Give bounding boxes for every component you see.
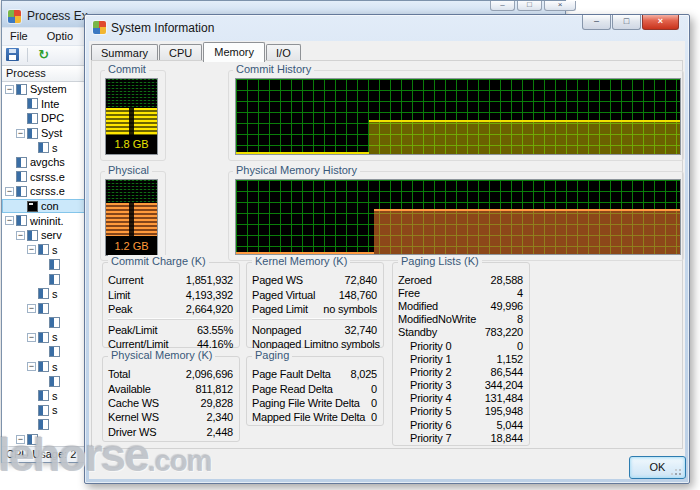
stat-value: 63.55% xyxy=(197,324,233,336)
process-name: s xyxy=(52,361,58,373)
stat-label: Mapped File Write Delta xyxy=(252,411,365,423)
process-icon xyxy=(38,405,49,416)
tab[interactable]: Summary xyxy=(91,44,158,61)
ok-button[interactable]: OK xyxy=(629,456,686,479)
process-icon xyxy=(27,128,38,139)
tree-expander-icon[interactable]: − xyxy=(16,231,25,240)
tree-expander-icon[interactable]: − xyxy=(27,245,36,254)
process-name: serv xyxy=(41,229,62,241)
stat-value: 2,664,920 xyxy=(186,303,233,315)
tree-expander-icon[interactable] xyxy=(38,377,47,386)
stat-row: Paged Limit no symbols xyxy=(252,302,377,316)
stat-row: Priority 3 344,204 xyxy=(398,379,523,392)
stat-label: Peak xyxy=(108,303,132,315)
stat-row: Nonpaged 32,740 xyxy=(252,319,377,337)
tree-expander-icon[interactable]: − xyxy=(16,435,25,444)
tree-expander-icon[interactable] xyxy=(38,347,47,356)
tab-strip: Summary CPU Memory I/O xyxy=(91,41,302,61)
dialog-window-controls: – □ × xyxy=(582,15,680,30)
tree-expander-icon[interactable]: − xyxy=(5,187,14,196)
refresh-button[interactable]: ↻ xyxy=(38,48,49,61)
stat-label: Priority 0 xyxy=(398,340,451,352)
tree-expander-icon[interactable] xyxy=(5,172,14,181)
stat-row: Kernel WS 2,340 xyxy=(108,410,233,424)
stat-label: Priority 2 xyxy=(398,366,451,378)
tree-expander-icon[interactable] xyxy=(27,391,36,400)
maximize-icon[interactable]: □ xyxy=(612,15,641,30)
close-icon[interactable]: × xyxy=(544,1,576,11)
tree-expander-icon[interactable] xyxy=(27,289,36,298)
commit-used-segment xyxy=(106,108,157,135)
tree-expander-icon[interactable] xyxy=(27,143,36,152)
maximize-icon[interactable]: □ xyxy=(517,1,542,11)
process-icon xyxy=(49,317,60,328)
minimize-icon[interactable]: – xyxy=(582,15,611,30)
stat-value: 783,220 xyxy=(485,326,523,338)
stat-value: 8,025 xyxy=(350,368,377,380)
stat-value: 2,096,696 xyxy=(186,368,233,380)
tree-expander-icon[interactable]: − xyxy=(27,362,36,371)
stat-value: 0 xyxy=(517,340,523,352)
process-icon xyxy=(38,244,49,255)
stat-label: Paging File Write Delta xyxy=(252,397,360,409)
tree-expander-icon[interactable] xyxy=(38,260,47,269)
commit-charge-title: Commit Charge (K) xyxy=(108,255,209,267)
tree-expander-icon[interactable]: − xyxy=(5,85,14,94)
tree-expander-icon[interactable] xyxy=(16,99,25,108)
tree-expander-icon[interactable]: − xyxy=(27,333,36,342)
menu-options[interactable]: Optio xyxy=(39,28,81,42)
main-window-controls: – □ × xyxy=(490,1,576,11)
minimize-icon[interactable]: – xyxy=(490,1,515,11)
physical-gauge: 1.2 GB xyxy=(105,179,158,256)
physical-free-segment xyxy=(106,180,157,203)
process-icon xyxy=(16,215,27,226)
save-button[interactable] xyxy=(6,48,19,63)
refresh-icon: ↻ xyxy=(38,48,49,61)
tab-label: CPU xyxy=(169,47,192,59)
stat-label: Peak/Limit xyxy=(108,324,157,336)
tab[interactable]: Memory xyxy=(203,42,265,62)
tree-expander-icon[interactable]: − xyxy=(16,129,25,138)
tab[interactable]: CPU xyxy=(159,44,202,61)
physical-area xyxy=(374,209,680,254)
tree-expander-icon[interactable] xyxy=(38,318,47,327)
stat-label: Paged Virtual xyxy=(252,289,315,301)
stat-row: Modified 49,996 xyxy=(398,299,523,312)
stat-value: 0 xyxy=(371,397,377,409)
physical-baseline xyxy=(236,252,374,254)
stat-row: Cache WS 29,828 xyxy=(108,396,233,410)
tab-label: Memory xyxy=(214,46,254,58)
kernel-memory-rows: Paged WS 72,840 Paged Virtual 148,760 Pa… xyxy=(252,273,377,352)
tree-expander-icon[interactable] xyxy=(16,114,25,123)
stat-label: Total xyxy=(108,368,130,380)
kernel-memory-title: Kernel Memory (K) xyxy=(252,255,350,267)
tree-expander-icon[interactable] xyxy=(16,202,25,211)
stat-row: Standby 783,220 xyxy=(398,326,523,339)
tree-expander-icon[interactable]: − xyxy=(5,216,14,225)
stat-value: 2,448 xyxy=(206,426,233,438)
tree-expander-icon[interactable] xyxy=(5,158,14,167)
physical-memory-group: Physical Memory (K) Total 2,096,696 Avai… xyxy=(102,356,240,442)
stat-row: Priority 7 18,844 xyxy=(398,431,523,444)
system-information-dialog: System Information – □ × Summary CPU Mem… xyxy=(84,14,690,484)
paging-title: Paging xyxy=(252,349,292,361)
stat-value: 18,844 xyxy=(491,432,523,444)
menu-file[interactable]: File xyxy=(2,28,36,42)
process-name: s xyxy=(52,404,58,416)
process-name: csrss.e xyxy=(30,171,65,183)
stat-value: 4,193,392 xyxy=(186,289,233,301)
app-icon xyxy=(8,10,21,23)
process-icon xyxy=(27,434,38,445)
tree-expander-icon[interactable] xyxy=(27,406,36,415)
tree-expander-icon[interactable] xyxy=(38,275,47,284)
resize-grip[interactable] xyxy=(679,473,681,475)
close-icon[interactable]: × xyxy=(642,15,679,30)
process-name: avgchs xyxy=(30,156,65,168)
stat-label: Current xyxy=(108,274,143,286)
tree-expander-icon[interactable]: − xyxy=(27,304,36,313)
stat-value: 2,340 xyxy=(206,411,233,423)
stat-row: Limit 4,193,392 xyxy=(108,287,233,301)
tree-expander-icon[interactable] xyxy=(27,420,36,429)
physical-history-graph xyxy=(235,179,681,255)
tab[interactable]: I/O xyxy=(266,44,301,61)
